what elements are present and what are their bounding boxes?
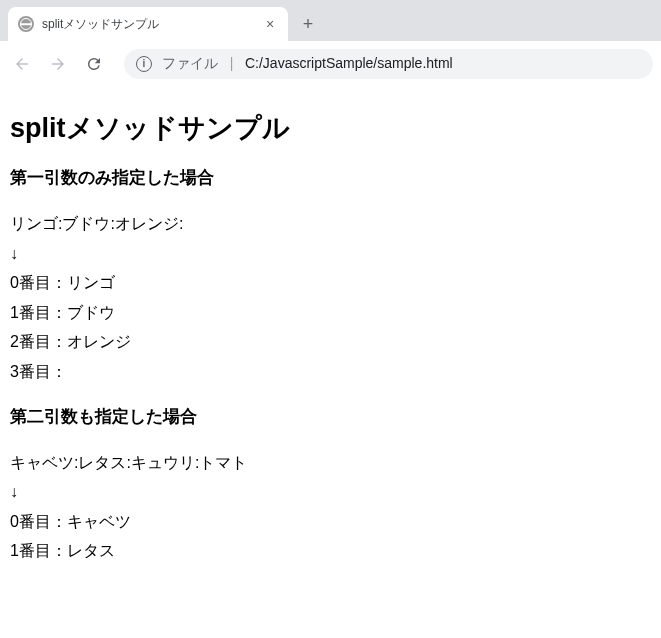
browser-chrome: splitメソッドサンプル × + i ファイル | C:/Javascript…	[0, 0, 661, 86]
info-icon: i	[136, 56, 152, 72]
arrow-right-icon	[49, 55, 67, 73]
section2-heading: 第二引数も指定した場合	[10, 405, 651, 428]
toolbar: i ファイル | C:/JavascriptSample/sample.html	[0, 41, 661, 86]
arrow-left-icon	[13, 55, 31, 73]
globe-icon	[18, 16, 34, 32]
address-scheme: ファイル	[162, 55, 218, 71]
address-separator: |	[222, 55, 241, 71]
reload-button[interactable]	[80, 50, 108, 78]
reload-icon	[85, 55, 103, 73]
tab-title: splitメソッドサンプル	[42, 16, 254, 33]
address-text: ファイル | C:/JavascriptSample/sample.html	[162, 55, 453, 73]
page-title: splitメソッドサンプル	[10, 110, 651, 146]
section1-heading: 第一引数のみ指定した場合	[10, 166, 651, 189]
new-tab-button[interactable]: +	[294, 10, 322, 38]
address-path: C:/JavascriptSample/sample.html	[245, 55, 453, 71]
tab-strip: splitメソッドサンプル × +	[0, 0, 661, 41]
address-bar[interactable]: i ファイル | C:/JavascriptSample/sample.html	[124, 49, 653, 79]
back-button[interactable]	[8, 50, 36, 78]
close-icon[interactable]: ×	[262, 16, 278, 32]
forward-button[interactable]	[44, 50, 72, 78]
browser-tab[interactable]: splitメソッドサンプル ×	[8, 7, 288, 41]
page-content: splitメソッドサンプル 第一引数のみ指定した場合 リンゴ:ブドウ:オレンジ:…	[0, 86, 661, 598]
section1-body: リンゴ:ブドウ:オレンジ: ↓ 0番目：リンゴ 1番目：ブドウ 2番目：オレンジ…	[10, 209, 651, 387]
section2-body: キャベツ:レタス:キュウリ:トマト ↓ 0番目：キャベツ 1番目：レタス	[10, 448, 651, 566]
